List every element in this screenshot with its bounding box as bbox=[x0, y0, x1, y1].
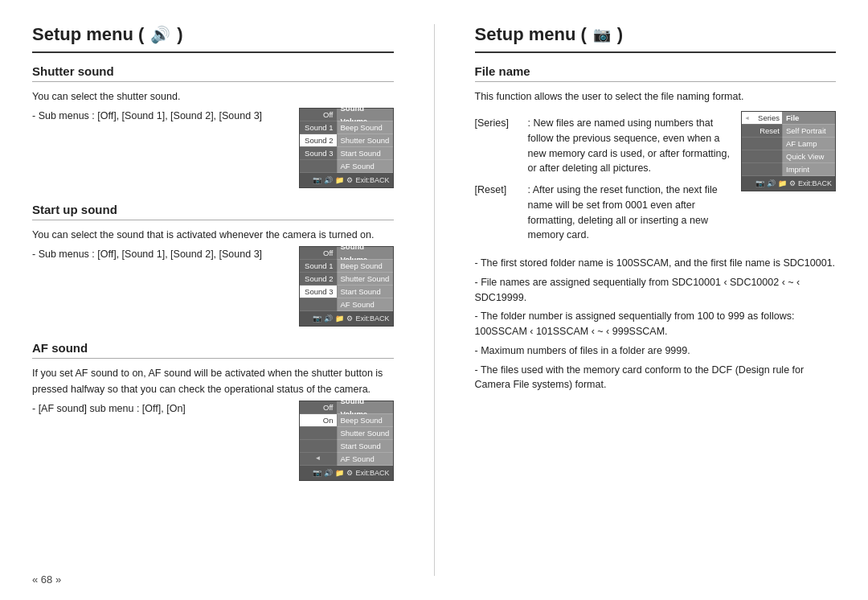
menu-cell-right: Sound Volume bbox=[337, 247, 393, 260]
camera-settings-icon: 📷 bbox=[593, 26, 611, 43]
left-title-text: Setup menu ( bbox=[32, 24, 144, 45]
menu-cell-right: Start Sound bbox=[337, 440, 393, 453]
footer-exit: Exit:BACK bbox=[355, 467, 389, 479]
def-desc-reset: : After using the reset function, the ne… bbox=[528, 183, 732, 243]
footer-icon4: ⚙ bbox=[346, 175, 353, 186]
menu-cell-left: Off bbox=[300, 109, 337, 121]
menu-row: Shutter Sound bbox=[300, 427, 393, 440]
af-sound-text: - [AF sound] sub menu : [Off], [On] bbox=[32, 401, 289, 420]
menu-cell-left-selected: Sound 2 bbox=[300, 134, 337, 147]
file-name-defs: [Series] : New files are named using num… bbox=[475, 111, 732, 249]
startup-sound-desc1: You can select the sound that is activat… bbox=[32, 227, 394, 243]
left-column: Setup menu ( 🔊 ) Shutter sound You can s… bbox=[32, 24, 394, 576]
menu-cell-right: Beep Sound bbox=[337, 414, 393, 427]
fn-cell-left bbox=[742, 150, 782, 163]
fn-cell-left bbox=[742, 138, 782, 150]
fn-cell-left-selected: Series bbox=[742, 112, 782, 125]
menu-cell-right: Sound Volume bbox=[337, 401, 393, 414]
menu-cell-right: Sound Volume bbox=[337, 109, 393, 121]
fn-footer: 📷 🔊 📁 ⚙ Exit:BACK bbox=[742, 176, 835, 191]
footer-icon2: 🔊 bbox=[324, 467, 333, 479]
menu-cell-right: Start Sound bbox=[337, 147, 393, 160]
right-title-text: Setup menu ( bbox=[475, 24, 587, 45]
footer-icon2: 🔊 bbox=[324, 175, 333, 186]
af-sound-body: If you set AF sound to on, AF sound will… bbox=[32, 365, 394, 481]
menu-cell-left: Off bbox=[300, 401, 337, 414]
page-container: Setup menu ( 🔊 ) Shutter sound You can s… bbox=[0, 0, 868, 600]
af-sound-section: AF sound If you set AF sound to on, AF s… bbox=[32, 341, 394, 481]
shutter-sound-menu: Off Sound Volume Sound 1 Beep Sound Soun… bbox=[299, 108, 394, 188]
right-title: Setup menu ( 📷 ) bbox=[475, 24, 837, 53]
bullet-item: - Maximum numbers of files in a folder a… bbox=[475, 343, 837, 359]
fn-cell-right: AF Lamp bbox=[782, 138, 835, 150]
menu-cell-left bbox=[300, 298, 337, 311]
menu-cell-left: Sound 3 bbox=[300, 147, 337, 160]
menu-cell-right: Beep Sound bbox=[337, 121, 393, 134]
fn-cell-right: Imprint bbox=[782, 163, 835, 176]
bullet-list: - The first stored folder name is 100SSC… bbox=[475, 256, 837, 392]
footer-icon1: 📷 bbox=[755, 178, 764, 189]
startup-sound-desc2: - Sub menus : [Off], [Sound 1], [Sound 2… bbox=[32, 246, 289, 262]
af-sound-menu: Off Sound Volume On Beep Sound Shutter S… bbox=[299, 401, 394, 481]
menu-row: Off Sound Volume bbox=[300, 247, 393, 260]
bullet-item: - The folder number is assigned sequenti… bbox=[475, 309, 837, 339]
menu-footer: 📷 🔊 📁 ⚙ Exit:BACK bbox=[300, 466, 393, 480]
menu-cell-left: Off bbox=[300, 247, 337, 260]
def-term-reset: [Reset] bbox=[475, 183, 523, 243]
menu-cell-left: Sound 1 bbox=[300, 121, 337, 134]
file-name-desc: This function allows the user to select … bbox=[475, 88, 837, 105]
menu-row: Sound 3 Start Sound bbox=[300, 147, 393, 160]
menu-cell-left-selected: Sound 3 bbox=[300, 286, 337, 298]
footer-icon4: ⚙ bbox=[346, 467, 353, 479]
file-name-section: File name This function allows the user … bbox=[475, 64, 837, 392]
af-sound-title: AF sound bbox=[32, 341, 394, 359]
menu-cell-right: Beep Sound bbox=[337, 260, 393, 273]
fn-cell-right: Self Portrait bbox=[782, 125, 835, 138]
left-title-close: ) bbox=[177, 24, 182, 45]
fn-row: AF Lamp bbox=[742, 138, 835, 150]
def-term-series: [Series] bbox=[475, 116, 523, 176]
bullet-item: - The files used with the memory card co… bbox=[475, 363, 837, 393]
menu-footer: 📷 🔊 📁 ⚙ Exit:BACK bbox=[300, 173, 393, 187]
right-title-close: ) bbox=[617, 24, 623, 45]
menu-row: Off Sound Volume bbox=[300, 401, 393, 414]
menu-cell-left: Sound 2 bbox=[300, 273, 337, 286]
bullet-item: - The first stored folder name is 100SSC… bbox=[475, 256, 837, 271]
fn-row: Imprint bbox=[742, 163, 835, 176]
menu-row: Sound 2 Shutter Sound bbox=[300, 273, 393, 286]
shutter-sound-text: - Sub menus : [Off], [Sound 1], [Sound 2… bbox=[32, 108, 289, 127]
file-name-menu: Series File Reset Self Portrait AF Lamp bbox=[741, 111, 836, 191]
shutter-sound-desc2: - Sub menus : [Off], [Sound 1], [Sound 2… bbox=[32, 108, 289, 124]
shutter-sound-section: Shutter sound You can select the shutter… bbox=[32, 64, 394, 188]
fn-cell-right: File bbox=[782, 112, 835, 125]
startup-sound-body: You can select the sound that is activat… bbox=[32, 227, 394, 327]
menu-row: Sound 2 Shutter Sound bbox=[300, 134, 393, 147]
footer-icon3: 📁 bbox=[335, 175, 344, 186]
column-divider bbox=[434, 24, 435, 576]
menu-cell-left bbox=[300, 440, 337, 453]
footer-icon2: 🔊 bbox=[324, 313, 333, 324]
footer-icon1: 📷 bbox=[313, 313, 321, 324]
menu-row: On Beep Sound bbox=[300, 414, 393, 427]
fn-row: Reset Self Portrait bbox=[742, 125, 835, 138]
footer-icon1: 📷 bbox=[313, 467, 321, 479]
menu-row: ◄ AF Sound bbox=[300, 453, 393, 466]
footer-icon2: 🔊 bbox=[767, 178, 776, 189]
page-footer: « 68 » bbox=[32, 573, 61, 586]
shutter-sound-body: You can select the shutter sound. - Sub … bbox=[32, 88, 394, 188]
af-sound-desc2: - [AF sound] sub menu : [Off], [On] bbox=[32, 401, 289, 417]
right-column: Setup menu ( 📷 ) File name This function… bbox=[475, 24, 837, 576]
menu-cell-left: ◄ bbox=[300, 453, 337, 466]
footer-icon1: 📷 bbox=[313, 175, 321, 186]
menu-cell-right: AF Sound bbox=[337, 453, 393, 466]
footer-exit: Exit:BACK bbox=[798, 178, 832, 189]
fn-cell-left: Reset bbox=[742, 125, 782, 138]
startup-sound-menu: Off Sound Volume Sound 1 Beep Sound Soun… bbox=[299, 246, 394, 327]
menu-cell-right: Shutter Sound bbox=[337, 134, 393, 147]
shutter-sound-desc1: You can select the shutter sound. bbox=[32, 88, 394, 105]
sound-icon: 🔊 bbox=[150, 25, 170, 44]
menu-cell-left: Sound 1 bbox=[300, 260, 337, 273]
menu-cell-right: AF Sound bbox=[337, 298, 393, 311]
menu-footer: 📷 🔊 📁 ⚙ Exit:BACK bbox=[300, 311, 393, 326]
def-reset: [Reset] : After using the reset function… bbox=[475, 183, 732, 243]
